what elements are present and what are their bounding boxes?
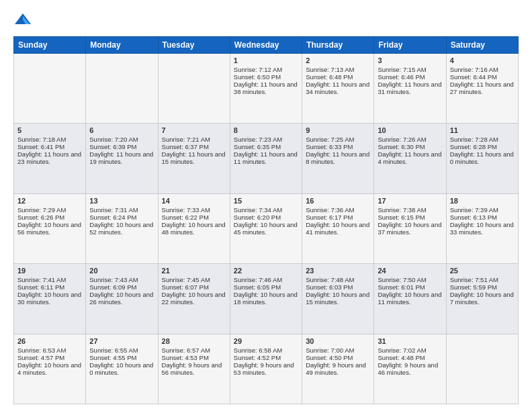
daylight-text: Daylight: 10 hours and 7 minutes. [450, 291, 515, 306]
sunset-text: Sunset: 6:11 PM [17, 283, 82, 291]
sunset-text: Sunset: 4:55 PM [89, 354, 154, 361]
sunset-text: Sunset: 4:53 PM [162, 354, 226, 361]
calendar-cell: 21Sunrise: 7:45 AMSunset: 6:07 PMDayligh… [158, 264, 230, 334]
day-number: 26 [17, 337, 82, 345]
sunset-text: Sunset: 6:33 PM [306, 143, 370, 150]
calendar-cell: 9Sunrise: 7:25 AMSunset: 6:33 PMDaylight… [302, 124, 374, 193]
daylight-text: Daylight: 10 hours and 33 minutes. [450, 221, 515, 236]
sunset-text: Sunset: 6:22 PM [162, 214, 226, 221]
daylight-text: Daylight: 9 hours and 46 minutes. [378, 361, 442, 376]
daylight-text: Daylight: 11 hours and 19 minutes. [89, 150, 154, 165]
daylight-text: Daylight: 10 hours and 41 minutes. [306, 221, 370, 236]
calendar-cell: 17Sunrise: 7:38 AMSunset: 6:15 PMDayligh… [374, 193, 446, 263]
day-number: 10 [378, 126, 442, 134]
sunset-text: Sunset: 6:09 PM [89, 283, 154, 291]
sunrise-text: Sunrise: 7:02 AM [378, 347, 442, 354]
sunrise-text: Sunrise: 7:16 AM [450, 66, 515, 73]
sunrise-text: Sunrise: 7:13 AM [306, 66, 370, 73]
day-number: 11 [450, 126, 515, 134]
calendar-cell: 15Sunrise: 7:34 AMSunset: 6:20 PMDayligh… [230, 193, 302, 263]
daylight-text: Daylight: 10 hours and 45 minutes. [234, 221, 298, 236]
calendar-cell: 1Sunrise: 7:12 AMSunset: 6:50 PMDaylight… [230, 54, 302, 124]
sunrise-text: Sunrise: 7:45 AM [162, 276, 226, 283]
week-row-5: 26Sunrise: 6:53 AMSunset: 4:57 PMDayligh… [14, 334, 519, 404]
calendar-cell: 13Sunrise: 7:31 AMSunset: 6:24 PMDayligh… [86, 193, 158, 263]
sunrise-text: Sunrise: 7:23 AM [234, 136, 298, 143]
daylight-text: Daylight: 10 hours and 30 minutes. [17, 291, 82, 306]
sunset-text: Sunset: 6:05 PM [234, 283, 298, 291]
sunrise-text: Sunrise: 7:36 AM [306, 206, 370, 214]
day-number: 24 [378, 267, 442, 275]
logo-icon [13, 11, 32, 30]
day-header-thursday: Thursday [302, 37, 374, 54]
day-number: 15 [234, 197, 298, 205]
sunrise-text: Sunrise: 7:51 AM [450, 276, 515, 283]
logo [13, 11, 35, 30]
sunrise-text: Sunrise: 7:00 AM [306, 347, 370, 354]
day-number: 22 [234, 267, 298, 275]
sunset-text: Sunset: 6:28 PM [450, 143, 515, 150]
calendar-cell: 19Sunrise: 7:41 AMSunset: 6:11 PMDayligh… [14, 264, 86, 334]
header [13, 11, 519, 30]
daylight-text: Daylight: 11 hours and 23 minutes. [17, 150, 82, 165]
daylight-text: Daylight: 10 hours and 56 minutes. [17, 221, 82, 236]
week-row-4: 19Sunrise: 7:41 AMSunset: 6:11 PMDayligh… [14, 264, 519, 334]
sunset-text: Sunset: 6:50 PM [234, 73, 298, 81]
sunrise-text: Sunrise: 7:38 AM [378, 206, 442, 214]
sunset-text: Sunset: 4:50 PM [306, 354, 370, 361]
sunrise-text: Sunrise: 6:57 AM [162, 347, 226, 354]
sunrise-text: Sunrise: 6:53 AM [17, 347, 82, 354]
calendar-cell: 30Sunrise: 7:00 AMSunset: 4:50 PMDayligh… [302, 334, 374, 404]
sunrise-text: Sunrise: 7:33 AM [162, 206, 226, 214]
daylight-text: Daylight: 10 hours and 52 minutes. [89, 221, 154, 236]
day-number: 29 [234, 337, 298, 345]
day-number: 13 [89, 197, 154, 205]
day-number: 7 [162, 126, 226, 134]
calendar-cell: 20Sunrise: 7:43 AMSunset: 6:09 PMDayligh… [86, 264, 158, 334]
day-number: 28 [162, 337, 226, 345]
sunset-text: Sunset: 6:01 PM [378, 283, 442, 291]
day-number: 23 [306, 267, 370, 275]
day-number: 16 [306, 197, 370, 205]
day-number: 6 [89, 126, 154, 134]
page: SundayMondayTuesdayWednesdayThursdayFrid… [0, 0, 532, 411]
sunrise-text: Sunrise: 7:29 AM [17, 206, 82, 214]
calendar-cell: 26Sunrise: 6:53 AMSunset: 4:57 PMDayligh… [14, 334, 86, 404]
sunrise-text: Sunrise: 7:20 AM [89, 136, 154, 143]
daylight-text: Daylight: 9 hours and 53 minutes. [234, 361, 298, 376]
day-header-monday: Monday [86, 37, 158, 54]
calendar-cell: 29Sunrise: 6:58 AMSunset: 4:52 PMDayligh… [230, 334, 302, 404]
sunrise-text: Sunrise: 7:15 AM [378, 66, 442, 73]
sunrise-text: Sunrise: 7:31 AM [89, 206, 154, 214]
sunrise-text: Sunrise: 7:21 AM [162, 136, 226, 143]
sunset-text: Sunset: 5:59 PM [450, 283, 515, 291]
calendar-cell [158, 54, 230, 124]
day-number: 25 [450, 267, 515, 275]
calendar-cell: 6Sunrise: 7:20 AMSunset: 6:39 PMDaylight… [86, 124, 158, 193]
sunset-text: Sunset: 6:24 PM [89, 214, 154, 221]
daylight-text: Daylight: 10 hours and 18 minutes. [234, 291, 298, 306]
day-number: 30 [306, 337, 370, 345]
calendar-cell: 12Sunrise: 7:29 AMSunset: 6:26 PMDayligh… [14, 193, 86, 263]
day-number: 19 [17, 267, 82, 275]
day-number: 3 [378, 56, 442, 64]
calendar-cell: 4Sunrise: 7:16 AMSunset: 6:44 PMDaylight… [446, 54, 518, 124]
daylight-text: Daylight: 11 hours and 31 minutes. [378, 81, 442, 95]
sunrise-text: Sunrise: 6:55 AM [89, 347, 154, 354]
week-row-1: 1Sunrise: 7:12 AMSunset: 6:50 PMDaylight… [14, 54, 519, 124]
calendar-cell: 7Sunrise: 7:21 AMSunset: 6:37 PMDaylight… [158, 124, 230, 193]
week-row-3: 12Sunrise: 7:29 AMSunset: 6:26 PMDayligh… [14, 193, 519, 263]
day-number: 5 [17, 126, 82, 134]
calendar-cell: 5Sunrise: 7:18 AMSunset: 6:41 PMDaylight… [14, 124, 86, 193]
daylight-text: Daylight: 11 hours and 38 minutes. [234, 81, 298, 95]
day-number: 8 [234, 126, 298, 134]
day-number: 31 [378, 337, 442, 345]
days-header-row: SundayMondayTuesdayWednesdayThursdayFrid… [14, 37, 519, 54]
sunset-text: Sunset: 6:13 PM [450, 214, 515, 221]
calendar-cell: 27Sunrise: 6:55 AMSunset: 4:55 PMDayligh… [86, 334, 158, 404]
sunset-text: Sunset: 6:39 PM [89, 143, 154, 150]
calendar-cell: 3Sunrise: 7:15 AMSunset: 6:46 PMDaylight… [374, 54, 446, 124]
day-header-sunday: Sunday [14, 37, 86, 54]
day-header-friday: Friday [374, 37, 446, 54]
sunrise-text: Sunrise: 7:34 AM [234, 206, 298, 214]
